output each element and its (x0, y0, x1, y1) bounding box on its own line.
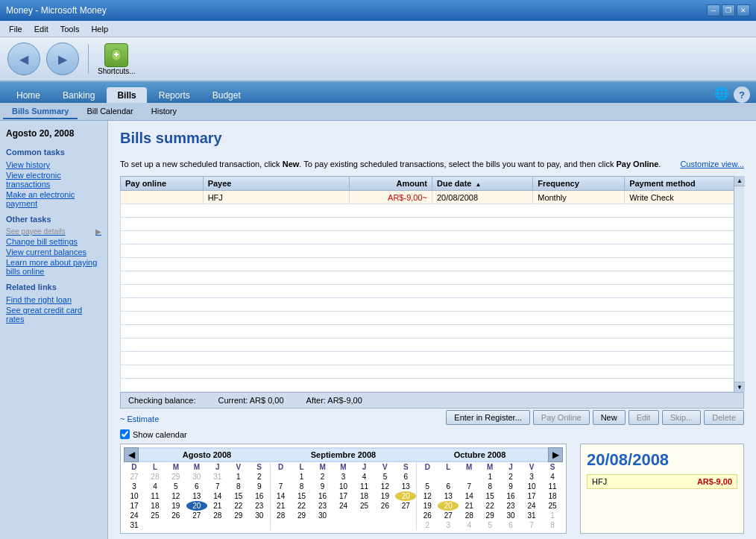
balance-label: Checking balance: (128, 396, 196, 405)
cal-oct-body: 1234 567891011 12131415161718 1920212223… (417, 472, 563, 530)
current-balance: Current: AR$ 0,00 (218, 396, 284, 405)
menu-edit[interactable]: Edit (28, 23, 54, 35)
menu-tools[interactable]: Tools (54, 23, 86, 35)
subtab-bills-summary[interactable]: Bills Summary (3, 104, 78, 119)
col-pay-online[interactable]: Pay online (121, 177, 204, 191)
table-row (121, 365, 744, 379)
related-links-title: Related links (6, 283, 101, 291)
shortcuts-label: Shortcuts... (98, 67, 136, 75)
edit-button[interactable]: Edit (629, 410, 659, 425)
sidebar-item-view-electronic[interactable]: View electronic transactions (6, 170, 101, 189)
cal-oct-header: DLMMJVS (417, 462, 563, 472)
balance-bar: Checking balance: Current: AR$ 0,00 Afte… (120, 392, 744, 409)
back-button[interactable]: ◀ (7, 42, 40, 75)
scrollbar-up-button[interactable]: ▲ (734, 176, 745, 186)
cal-sep-body: 123456 78910111213 14151617181920 212223… (271, 472, 417, 522)
title-bar: Money - Microsoft Money ─ ❐ ✕ (0, 0, 756, 21)
cell-pay-online (121, 191, 204, 204)
main-layout: Agosto 20, 2008 Common tasks View histor… (0, 121, 756, 539)
menu-help[interactable]: Help (85, 23, 114, 35)
subtab-bill-calendar[interactable]: Bill Calendar (78, 104, 142, 119)
nav-globe-icon[interactable]: 🌐 (714, 86, 731, 103)
sub-tabs: Bills Summary Bill Calendar History (0, 103, 756, 121)
right-panel-row: HFJ AR$-9,00 (587, 474, 737, 489)
toolbar: ◀ ▶ Shortcuts... (0, 37, 756, 82)
calendar-section: ◀ Agosto 2008 Septiembre 2008 Octubre 20… (120, 444, 744, 534)
cell-payee: HFJ (203, 191, 350, 204)
col-payee[interactable]: Payee (203, 177, 350, 191)
right-payee: HFJ (592, 477, 697, 486)
tab-banking[interactable]: Banking (52, 87, 105, 103)
tab-reports[interactable]: Reports (148, 87, 201, 103)
customize-view-link[interactable]: Customize view... (680, 159, 744, 170)
cal-agosto-header: DLMMJVS (124, 462, 270, 472)
menu-file[interactable]: File (3, 23, 28, 35)
bills-table: Pay online Payee Amount Due date ▲ Frequ… (120, 176, 744, 392)
enter-register-button[interactable]: Enter in Register... (446, 410, 530, 425)
show-calendar-checkbox[interactable] (120, 429, 130, 439)
forward-button[interactable]: ▶ (46, 42, 79, 75)
cal-sep-header: DLMMJVS (271, 462, 417, 472)
cal-agosto: DLMMJVS 272829303112 3456789 10111213141… (124, 462, 271, 530)
tab-budget[interactable]: Budget (202, 87, 251, 103)
sidebar-item-make-electronic[interactable]: Make an electronic payment (6, 189, 101, 209)
action-buttons: Enter in Register... Pay Online New Edit… (446, 410, 744, 425)
subtab-history[interactable]: History (142, 104, 186, 119)
table-row (121, 338, 744, 352)
col-payment-method[interactable]: Payment method (625, 177, 744, 191)
cal-month-3: Octubre 2008 (412, 449, 548, 461)
page-title: Bills summary (120, 130, 222, 147)
tab-home[interactable]: Home (6, 87, 51, 103)
new-button[interactable]: New (593, 410, 626, 425)
skip-button[interactable]: Skip... (662, 410, 702, 425)
right-amount: AR$-9,00 (697, 477, 732, 486)
close-button[interactable]: ✕ (737, 4, 750, 16)
menu-bar: File Edit Tools Help (0, 21, 756, 37)
sidebar-item-view-history[interactable]: View history (6, 160, 101, 170)
right-panel: 20/08/2008 HFJ AR$-9,00 (580, 444, 744, 534)
table-row (121, 271, 744, 285)
table-row (121, 231, 744, 245)
restore-button[interactable]: ❐ (722, 4, 735, 16)
sidebar-date: Agosto 20, 2008 (6, 128, 101, 139)
sidebar-item-find-loan[interactable]: Find the right loan (6, 294, 101, 305)
show-calendar-row: Show calendar (120, 428, 744, 441)
col-frequency[interactable]: Frequency (533, 177, 625, 191)
bills-table-wrapper: Pay online Payee Amount Due date ▲ Frequ… (120, 176, 744, 392)
table-scrollbar[interactable]: ▲ ▼ (734, 176, 744, 392)
table-row (121, 218, 744, 231)
cal-month-1: Agosto 2008 (139, 449, 275, 461)
scrollbar-down-button[interactable]: ▼ (734, 382, 745, 392)
delete-button[interactable]: Delete (704, 410, 744, 425)
pay-online-button[interactable]: Pay Online (533, 410, 590, 425)
intro-text: To set up a new scheduled transaction, c… (120, 159, 744, 170)
sidebar-item-learn-bills[interactable]: Learn more about paying bills online (6, 257, 101, 277)
table-row (121, 285, 744, 298)
toolbar-separator (88, 44, 89, 74)
other-tasks-title: Other tasks (6, 215, 101, 224)
cal-month-2: Septiembre 2008 (275, 449, 412, 461)
cal-next-button[interactable]: ▶ (548, 447, 563, 462)
table-row (121, 258, 744, 271)
nav-help-icon[interactable]: ? (734, 86, 750, 103)
table-row (121, 325, 744, 338)
cal-grid: DLMMJVS 272829303112 3456789 10111213141… (124, 462, 563, 530)
minimize-button[interactable]: ─ (707, 4, 720, 16)
sidebar-item-credit-card[interactable]: See great credit card rates (6, 305, 101, 324)
sidebar-item-change-bill[interactable]: Change bill settings (6, 236, 101, 247)
shortcuts-button[interactable]: Shortcuts... (98, 43, 136, 75)
sidebar-item-see-payee[interactable]: See payee details ▶ (6, 227, 101, 236)
cal-octubre: DLMMJVS 1234 567891011 12131415161718 19… (417, 462, 563, 530)
shortcuts-icon (104, 43, 128, 67)
estimate-label[interactable]: ~ Estimate (120, 413, 159, 425)
title-bar-text: Money - Microsoft Money (6, 5, 707, 16)
tab-bills[interactable]: Bills (107, 87, 146, 103)
table-row (121, 352, 744, 365)
sidebar-item-view-balances[interactable]: View current balances (6, 247, 101, 257)
show-calendar-label: Show calendar (133, 430, 187, 439)
table-row[interactable]: HFJ AR$-9,00~ 20/08/2008 Monthly Write C… (121, 191, 744, 204)
cal-agosto-body: 272829303112 3456789 10111213141516 1718… (124, 472, 270, 530)
col-due-date[interactable]: Due date ▲ (432, 177, 532, 191)
cal-prev-button[interactable]: ◀ (124, 447, 139, 462)
col-amount[interactable]: Amount (350, 177, 432, 191)
